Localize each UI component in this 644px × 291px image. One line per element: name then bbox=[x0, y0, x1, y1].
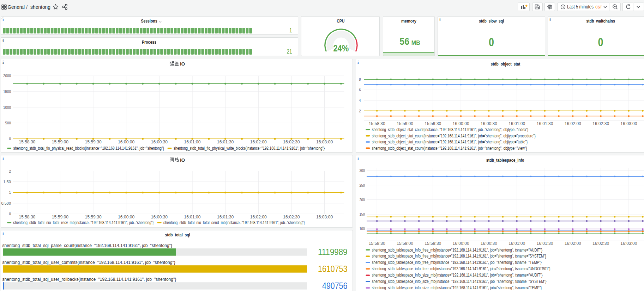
svg-text:2: 2 bbox=[359, 109, 361, 113]
svg-text:16:02:00: 16:02:00 bbox=[564, 121, 581, 126]
svg-text:1: 1 bbox=[289, 27, 292, 33]
svg-text:16:03:00: 16:03:00 bbox=[620, 241, 637, 246]
svg-text:IO: IO bbox=[180, 157, 185, 163]
svg-text:16:01:00: 16:01:00 bbox=[184, 215, 200, 219]
svg-text:stdb_object_stat: stdb_object_stat bbox=[490, 61, 520, 67]
svg-text:15:59:00: 15:59:00 bbox=[52, 140, 68, 144]
svg-text:16:01:30: 16:01:30 bbox=[536, 241, 553, 246]
svg-text:16:00:30: 16:00:30 bbox=[480, 241, 497, 246]
svg-text:15:58:30: 15:58:30 bbox=[368, 241, 385, 246]
svg-text:16:01:30: 16:01:30 bbox=[536, 121, 553, 126]
svg-text:0.500: 0.500 bbox=[1, 201, 11, 205]
svg-text:16:02:00: 16:02:00 bbox=[564, 241, 581, 246]
svg-text:i: i bbox=[2, 38, 4, 43]
svg-text:shentong_stdb_tablespace_info_: shentong_stdb_tablespace_info_free_mb{in… bbox=[372, 260, 541, 265]
svg-text:shentong_stdb_object_stat_coun: shentong_stdb_object_stat_count{instance… bbox=[372, 127, 528, 132]
svg-text:200: 200 bbox=[359, 198, 365, 202]
svg-text:24%: 24% bbox=[333, 43, 349, 54]
svg-text:shentong_stdb_total_sql_parse_: shentong_stdb_total_sql_parse_count{inst… bbox=[2, 243, 173, 248]
svg-text:shentong_stdb_total_nio_total_: shentong_stdb_total_nio_total_send_mb{in… bbox=[163, 221, 305, 225]
svg-text:16:02:00: 16:02:00 bbox=[250, 215, 267, 219]
svg-text:memory: memory bbox=[401, 18, 417, 23]
svg-text:15:59:00: 15:59:00 bbox=[397, 121, 413, 126]
svg-text:16:01:00: 16:01:00 bbox=[508, 241, 525, 246]
svg-text:i: i bbox=[2, 60, 4, 65]
svg-text:16:00:30: 16:00:30 bbox=[151, 215, 168, 219]
svg-text:16:00:30: 16:00:30 bbox=[151, 140, 168, 144]
svg-text:4: 4 bbox=[359, 98, 361, 102]
svg-text:0: 0 bbox=[598, 35, 603, 48]
svg-text:stdb_waitchains: stdb_waitchains bbox=[586, 18, 615, 23]
svg-text:i: i bbox=[2, 156, 4, 161]
svg-text:shentong_stdb_tablespace_info_: shentong_stdb_tablespace_info_size_mb{in… bbox=[372, 273, 542, 278]
svg-text:16:02:30: 16:02:30 bbox=[283, 140, 300, 144]
svg-text:1000: 1000 bbox=[3, 105, 11, 109]
svg-text:300: 300 bbox=[359, 169, 365, 173]
svg-text:shentong_stdb_tablespace_info_: shentong_stdb_tablespace_info_free_mb{in… bbox=[372, 267, 550, 272]
svg-text:General: General bbox=[7, 4, 25, 10]
svg-text:MB: MB bbox=[411, 39, 420, 46]
svg-text:stdb_total_sql: stdb_total_sql bbox=[165, 232, 190, 237]
svg-text:1119989: 1119989 bbox=[318, 247, 347, 257]
svg-text:250: 250 bbox=[359, 183, 365, 187]
svg-text:stdb_tablespace_info: stdb_tablespace_info bbox=[486, 157, 524, 163]
svg-text:15:59:30: 15:59:30 bbox=[425, 121, 441, 126]
svg-text:1500: 1500 bbox=[3, 89, 11, 93]
svg-text:0: 0 bbox=[9, 136, 11, 141]
svg-text:150: 150 bbox=[359, 212, 365, 216]
svg-text:490756: 490756 bbox=[322, 280, 347, 291]
svg-text:2: 2 bbox=[9, 169, 11, 173]
svg-text:Process: Process bbox=[142, 39, 156, 45]
svg-text:1.50: 1.50 bbox=[3, 180, 11, 184]
svg-text:i: i bbox=[549, 17, 551, 22]
svg-text:0: 0 bbox=[9, 212, 11, 216]
svg-text:15:58:30: 15:58:30 bbox=[19, 140, 35, 144]
svg-text:15:59:00: 15:59:00 bbox=[397, 241, 413, 246]
svg-text:16:03:00: 16:03:00 bbox=[620, 121, 637, 126]
svg-text:16:01:30: 16:01:30 bbox=[217, 215, 234, 219]
svg-text:15:59:30: 15:59:30 bbox=[425, 241, 441, 246]
svg-text:CST: CST bbox=[595, 5, 602, 9]
svg-text:shentong: shentong bbox=[30, 4, 50, 10]
svg-text:16:01:00: 16:01:00 bbox=[184, 140, 200, 144]
svg-text:15:59:30: 15:59:30 bbox=[85, 140, 102, 144]
svg-text:Sessions: Sessions bbox=[141, 18, 157, 23]
svg-text:shentong_stdb_total_fio_physic: shentong_stdb_total_fio_physical_write_b… bbox=[174, 146, 325, 151]
svg-text:16:01:30: 16:01:30 bbox=[217, 140, 234, 144]
svg-text:15:58:30: 15:58:30 bbox=[368, 121, 385, 126]
svg-text:shentong_stdb_total_fio_physic: shentong_stdb_total_fio_physical_read_bl… bbox=[13, 146, 164, 151]
svg-text:shentong_stdb_object_stat_coun: shentong_stdb_object_stat_count{instance… bbox=[372, 146, 527, 150]
svg-text:16:00:00: 16:00:00 bbox=[118, 215, 134, 219]
svg-text:100: 100 bbox=[359, 227, 365, 231]
svg-text:shentong_stdb_tablespace_info_: shentong_stdb_tablespace_info_free_mb{in… bbox=[372, 248, 542, 253]
svg-text:i: i bbox=[2, 231, 4, 236]
svg-text:/: / bbox=[26, 4, 28, 10]
svg-text:15:58:30: 15:58:30 bbox=[19, 215, 35, 219]
svg-text:21: 21 bbox=[287, 49, 292, 55]
svg-text:CPU: CPU bbox=[337, 18, 345, 23]
svg-text:shentong_stdb_tablespace_info_: shentong_stdb_tablespace_info_free_mb{in… bbox=[372, 254, 546, 259]
svg-text:shentong_stdb_total_sql_user_r: shentong_stdb_total_sql_user_rollbacks{i… bbox=[2, 277, 176, 282]
svg-text:shentong_stdb_tablespace_info_: shentong_stdb_tablespace_info_size_mb{in… bbox=[372, 279, 546, 284]
svg-text:i: i bbox=[357, 60, 359, 65]
svg-text:shentong_stdb_object_stat_coun: shentong_stdb_object_stat_count{instance… bbox=[372, 133, 535, 138]
svg-text:16:03:00: 16:03:00 bbox=[316, 215, 333, 219]
svg-text:16:00:30: 16:00:30 bbox=[480, 121, 497, 126]
svg-text:16:00:00: 16:00:00 bbox=[452, 121, 469, 126]
svg-text:1610753: 1610753 bbox=[318, 264, 347, 274]
svg-text:i: i bbox=[439, 17, 441, 22]
svg-text:15:59:30: 15:59:30 bbox=[85, 215, 102, 219]
svg-text:i: i bbox=[357, 156, 359, 161]
svg-text:16:02:30: 16:02:30 bbox=[592, 241, 609, 246]
svg-text:16:00:00: 16:00:00 bbox=[452, 241, 469, 246]
svg-text:Last 5 minutes: Last 5 minutes bbox=[567, 4, 594, 10]
svg-text:0: 0 bbox=[489, 35, 494, 48]
svg-text:shentong_stdb_total_nio_total_: shentong_stdb_total_nio_total_recv_mb{in… bbox=[13, 221, 154, 225]
svg-text:6: 6 bbox=[359, 88, 361, 92]
svg-text:16:02:30: 16:02:30 bbox=[592, 121, 609, 126]
svg-text:8: 8 bbox=[359, 77, 361, 81]
svg-text:shentong_stdb_total_sql_user_c: shentong_stdb_total_sql_user_commits{ins… bbox=[2, 260, 176, 265]
svg-text:shentong_stdb_object_stat_coun: shentong_stdb_object_stat_count{instance… bbox=[372, 140, 528, 144]
svg-text:16:00:00: 16:00:00 bbox=[118, 140, 134, 144]
svg-text:16:02:00: 16:02:00 bbox=[250, 140, 267, 144]
